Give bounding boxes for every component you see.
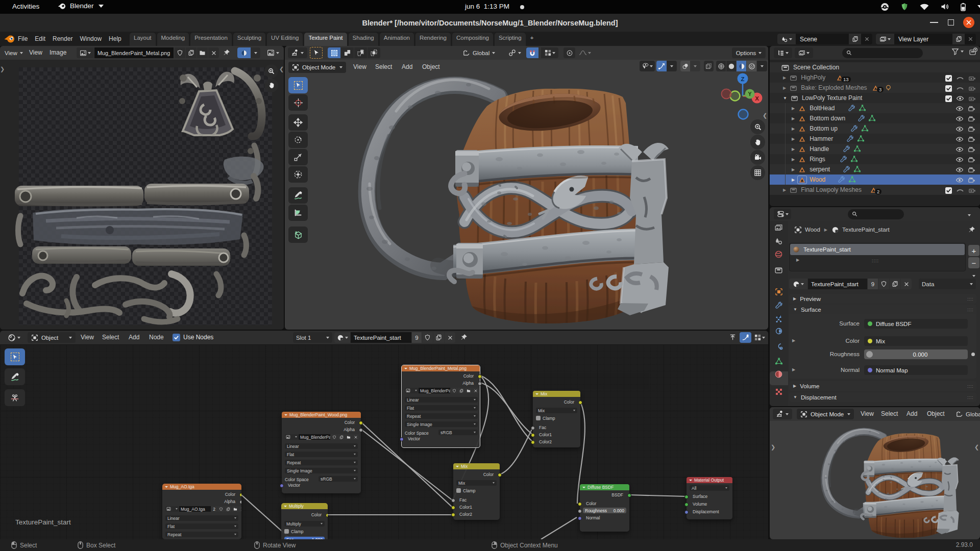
svg-text:Y: Y <box>748 91 751 97</box>
svg-text:Z: Z <box>741 76 744 82</box>
svg-text:X: X <box>755 95 759 102</box>
